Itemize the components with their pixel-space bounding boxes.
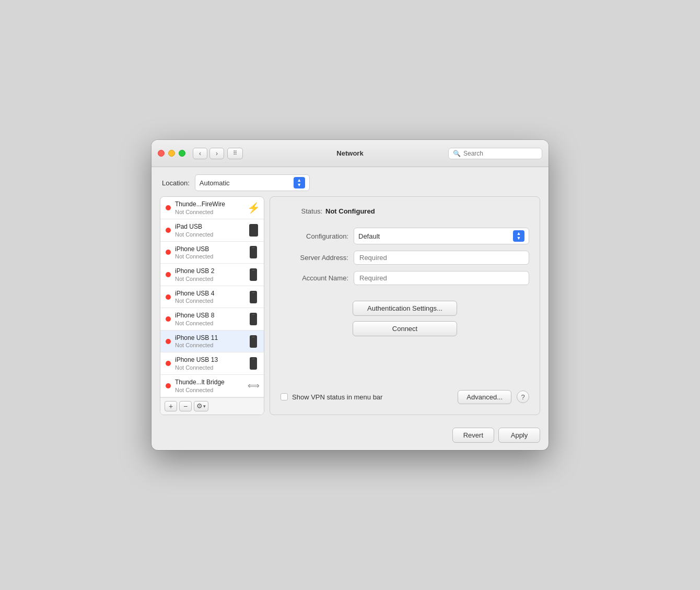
sidebar-footer: + − ⚙ ▾ <box>160 397 264 415</box>
status-dot <box>166 294 171 300</box>
status-row: Status: Not Configured <box>281 207 529 215</box>
sidebar-item-iphone-usb-2[interactable]: iPhone USB 2 Not Connected <box>160 264 264 286</box>
sidebar-item-thunderbolt-firewire[interactable]: Thunde...FireWire Not Connected ⚡ <box>160 197 264 219</box>
status-dot <box>166 361 171 366</box>
item-status: Not Connected <box>175 231 244 238</box>
item-name: Thunde...lt Bridge <box>175 379 244 387</box>
thunderbolt-firewire-icon: ⚡ <box>248 202 259 214</box>
item-name: iPhone USB 8 <box>175 312 244 320</box>
location-stepper[interactable]: ▲ ▼ <box>294 177 305 188</box>
traffic-lights <box>158 150 185 157</box>
item-name: iPhone USB 11 <box>175 334 244 343</box>
auth-settings-button[interactable]: Authentication Settings... <box>353 301 457 316</box>
back-button[interactable]: ‹ <box>193 148 207 159</box>
item-name: iPhone USB <box>175 245 244 254</box>
sidebar-item-iphone-usb[interactable]: iPhone USB Not Connected <box>160 242 264 264</box>
connect-button[interactable]: Connect <box>353 321 457 336</box>
item-name: iPhone USB 2 <box>175 267 244 276</box>
status-dot <box>166 339 171 344</box>
item-status: Not Connected <box>175 276 244 282</box>
search-icon: 🔍 <box>453 150 461 157</box>
location-toolbar: Location: Automatic ▲ ▼ <box>151 167 549 196</box>
help-button[interactable]: ? <box>517 391 529 403</box>
server-address-row: Server Address: <box>281 251 529 265</box>
form-section: Configuration: Default ▲ ▼ Server Addres <box>281 228 529 285</box>
item-name: iPhone USB 13 <box>175 356 244 364</box>
chevron-down-icon: ▾ <box>203 404 206 409</box>
grid-button[interactable]: ⠿ <box>227 148 243 159</box>
gear-icon: ⚙ <box>196 402 203 410</box>
search-box: 🔍 <box>448 148 542 159</box>
sidebar-item-iphone-usb-8[interactable]: iPhone USB 8 Not Connected <box>160 308 264 331</box>
stepper-arrows-icon: ▲ ▼ <box>517 231 521 241</box>
item-status: Not Connected <box>175 387 244 393</box>
sidebar-list: Thunde...FireWire Not Connected ⚡ iPad U… <box>160 197 264 397</box>
iphone-icon <box>248 246 259 258</box>
account-name-input[interactable] <box>354 271 529 285</box>
item-status: Not Connected <box>175 320 244 326</box>
show-vpn-label: Show VPN status in menu bar <box>292 393 382 401</box>
status-label: Status: <box>281 207 322 215</box>
server-address-input[interactable] <box>354 251 529 265</box>
stepper-arrows-icon: ▲ ▼ <box>297 178 301 187</box>
location-label: Location: <box>162 179 190 187</box>
remove-network-button[interactable]: − <box>179 401 192 411</box>
location-select[interactable]: Automatic ▲ ▼ <box>195 174 310 191</box>
network-window: ‹ › ⠿ Network 🔍 Location: Automatic ▲ ▼ <box>151 140 549 450</box>
nav-buttons: ‹ › <box>193 148 224 159</box>
item-status: Not Connected <box>175 364 244 371</box>
maximize-button[interactable] <box>179 150 185 157</box>
advanced-button[interactable]: Advanced... <box>458 390 511 404</box>
server-address-label: Server Address: <box>281 254 348 262</box>
sidebar-item-thunderbolt-bridge[interactable]: Thunde...lt Bridge Not Connected ⟺ <box>160 375 264 397</box>
item-status: Not Connected <box>175 253 244 259</box>
item-text: iPhone USB Not Connected <box>175 245 244 260</box>
main-content: Thunde...FireWire Not Connected ⚡ iPad U… <box>151 196 549 422</box>
sidebar-item-iphone-usb-4[interactable]: iPhone USB 4 Not Connected <box>160 286 264 309</box>
configuration-stepper[interactable]: ▲ ▼ <box>513 230 524 242</box>
item-text: Thunde...FireWire Not Connected <box>175 200 244 215</box>
search-input[interactable] <box>463 150 538 157</box>
iphone-icon <box>248 313 259 325</box>
sidebar-item-ipad-usb[interactable]: iPad USB Not Connected <box>160 219 264 242</box>
minimize-button[interactable] <box>168 150 175 157</box>
item-text: iPhone USB 8 Not Connected <box>175 312 244 326</box>
actions-section: Authentication Settings... Connect <box>281 301 529 336</box>
item-text: iPhone USB 13 Not Connected <box>175 356 244 371</box>
window-footer: Revert Apply <box>151 422 549 450</box>
iphone-icon <box>248 291 259 303</box>
sidebar-item-iphone-usb-11[interactable]: iPhone USB 11 Not Connected <box>160 331 264 353</box>
account-name-label: Account Name: <box>281 274 348 282</box>
ipad-icon <box>248 224 259 237</box>
bridge-icon: ⟺ <box>248 381 259 391</box>
show-vpn-checkbox[interactable] <box>281 393 288 400</box>
sidebar-item-iphone-usb-13[interactable]: iPhone USB 13 Not Connected <box>160 352 264 375</box>
detail-panel: Status: Not Configured Configuration: De… <box>270 196 540 415</box>
iphone-icon <box>248 268 259 281</box>
item-text: iPad USB Not Connected <box>175 223 244 238</box>
iphone-icon <box>248 335 259 348</box>
status-dot <box>166 228 171 233</box>
iphone-icon <box>248 357 259 370</box>
item-status: Not Connected <box>175 298 244 304</box>
item-status: Not Connected <box>175 209 244 215</box>
sidebar: Thunde...FireWire Not Connected ⚡ iPad U… <box>160 196 264 415</box>
configuration-value: Default <box>358 232 509 240</box>
gear-menu-button[interactable]: ⚙ ▾ <box>194 401 208 411</box>
forward-button[interactable]: › <box>209 148 224 159</box>
show-vpn-row: Show VPN status in menu bar <box>281 393 452 401</box>
apply-button[interactable]: Apply <box>498 428 540 443</box>
item-name: iPad USB <box>175 223 244 231</box>
item-text: iPhone USB 11 Not Connected <box>175 334 244 349</box>
window-title: Network <box>336 149 363 157</box>
account-name-row: Account Name: <box>281 271 529 285</box>
configuration-select[interactable]: Default ▲ ▼ <box>354 228 529 244</box>
item-text: iPhone USB 4 Not Connected <box>175 290 244 304</box>
revert-button[interactable]: Revert <box>452 428 494 443</box>
configuration-label: Configuration: <box>281 232 348 240</box>
titlebar: ‹ › ⠿ Network 🔍 <box>151 140 549 167</box>
close-button[interactable] <box>158 150 165 157</box>
location-value: Automatic <box>200 179 289 187</box>
item-name: Thunde...FireWire <box>175 200 244 209</box>
add-network-button[interactable]: + <box>165 401 177 411</box>
